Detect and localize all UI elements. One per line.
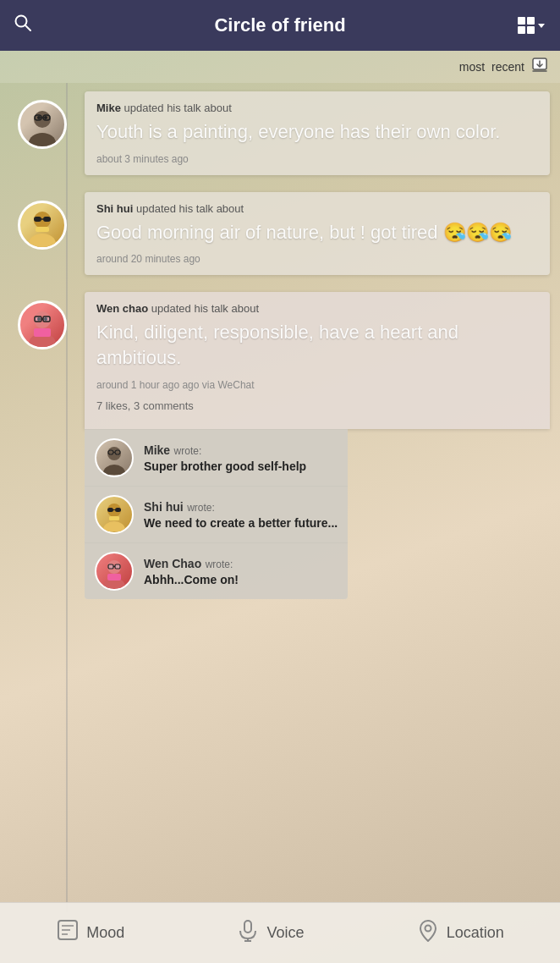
svg-rect-40 <box>108 564 113 569</box>
header-title: Circle of friend <box>214 14 345 36</box>
grid-button[interactable] <box>518 17 546 34</box>
svg-point-7 <box>29 133 56 146</box>
feed-text: Kind, diligent, responsible, have a hear… <box>96 320 538 370</box>
svg-rect-26 <box>34 328 51 337</box>
feed-meta: Shi hui updated his talk about <box>96 202 538 215</box>
feed-time: around 20 minutes ago <box>96 253 538 265</box>
svg-rect-15 <box>34 217 41 222</box>
voice-label: Voice <box>266 924 304 942</box>
svg-point-27 <box>107 447 121 460</box>
comment-wrote: wrote: <box>174 445 202 457</box>
svg-rect-48 <box>244 921 251 933</box>
comment-text: We need to create a better future... <box>144 516 338 530</box>
feed-action: updated his talk about <box>151 302 259 315</box>
feed-username: Mike <box>96 102 121 114</box>
voice-icon <box>236 918 260 948</box>
comment-body: Shi hui wrote: We need to create a bette… <box>144 499 338 530</box>
svg-rect-35 <box>115 508 121 512</box>
bottom-nav: Mood Voice Location <box>0 902 560 963</box>
feed-card: Wen chao updated his talk about Kind, di… <box>85 292 550 428</box>
svg-rect-37 <box>109 516 119 520</box>
location-icon <box>416 918 440 948</box>
svg-rect-43 <box>107 574 121 581</box>
mood-label: Mood <box>86 924 124 942</box>
avatar-col <box>0 292 85 349</box>
sort-bar: most recent <box>0 51 560 83</box>
avatar[interactable] <box>18 300 67 349</box>
avatar[interactable] <box>18 201 67 250</box>
svg-rect-16 <box>43 217 51 222</box>
svg-point-9 <box>44 116 47 119</box>
nav-voice[interactable]: Voice <box>236 918 304 948</box>
feed-text: Good morning air of nature, but ! got ti… <box>96 220 538 245</box>
search-button[interactable] <box>14 14 32 37</box>
comment-item: Shi hui wrote: We need to create a bette… <box>85 486 348 542</box>
feed-card: Mike updated his talk about Youth is a p… <box>85 91 550 175</box>
comment-text: Abhh...Come on! <box>144 573 338 586</box>
comment-body: Wen Chao wrote: Abhh...Come on! <box>144 556 338 586</box>
content-area: Mike updated his talk about Youth is a p… <box>0 83 560 912</box>
comment-item: Wen Chao wrote: Abhh...Come on! <box>85 542 348 599</box>
feed-item: Wen chao updated his talk about Kind, di… <box>0 292 560 598</box>
svg-rect-18 <box>36 227 49 232</box>
comment-wrote: wrote: <box>206 559 233 570</box>
feed-action: updated his talk about <box>124 102 232 114</box>
nav-mood[interactable]: Mood <box>56 918 124 948</box>
comment-avatar <box>95 552 134 591</box>
recent-label[interactable]: recent <box>491 60 524 74</box>
avatar-col <box>0 192 85 250</box>
svg-rect-24 <box>43 316 50 322</box>
feed-username: Shi hui <box>96 202 133 215</box>
feed-time: about 3 minutes ago <box>96 153 538 165</box>
svg-point-14 <box>29 234 56 247</box>
comment-username: Wen Chao <box>144 557 201 570</box>
comments-section: Mike wrote: Super brother good self-help <box>85 429 348 599</box>
comment-text: Super brother good self-help <box>144 459 338 473</box>
feed-item: Shi hui updated his talk about Good morn… <box>0 192 560 276</box>
feed-card: Shi hui updated his talk about Good morn… <box>85 192 550 276</box>
feed-time: around 1 hour ago ago via WeChat <box>96 379 538 391</box>
avatar[interactable] <box>18 100 67 149</box>
comment-username: Mike <box>144 443 170 457</box>
comment-wrote: wrote: <box>187 502 215 514</box>
nav-location[interactable]: Location <box>416 918 504 948</box>
svg-point-6 <box>34 111 51 128</box>
feed-likes: 7 likes, 3 comments <box>96 399 538 412</box>
svg-rect-41 <box>115 564 120 569</box>
comment-body: Mike wrote: Super brother good self-help <box>144 443 338 473</box>
comment-item: Mike wrote: Super brother good self-help <box>85 429 348 486</box>
svg-rect-23 <box>35 316 41 322</box>
avatar-col <box>0 91 85 149</box>
comment-avatar <box>95 495 134 534</box>
download-sort-icon[interactable] <box>531 57 548 78</box>
svg-point-33 <box>103 521 125 531</box>
svg-marker-2 <box>538 24 545 28</box>
svg-point-8 <box>37 116 41 119</box>
location-label: Location <box>447 924 504 942</box>
svg-point-28 <box>103 465 125 475</box>
header: Circle of friend <box>0 0 560 51</box>
feed-meta: Mike updated his talk about <box>96 102 538 114</box>
feed-text: Youth is a painting, everyone has their … <box>96 119 538 145</box>
mood-icon <box>56 918 80 948</box>
comment-username: Shi hui <box>144 500 184 514</box>
feed-item: Mike updated his talk about Youth is a p… <box>0 91 560 175</box>
feed-username: Wen chao <box>96 302 148 315</box>
feed-meta: Wen chao updated his talk about <box>96 302 538 315</box>
svg-line-1 <box>25 25 30 30</box>
feed-action: updated his talk about <box>136 202 244 215</box>
most-label[interactable]: most <box>459 60 485 74</box>
svg-point-51 <box>425 926 431 932</box>
svg-rect-34 <box>107 508 113 512</box>
comment-avatar <box>95 438 134 477</box>
